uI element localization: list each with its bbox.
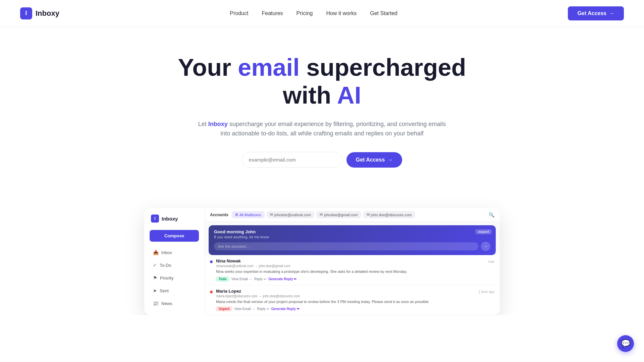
ai-ask-row: → [214, 242, 490, 251]
tag-urgent: Urgent [216, 306, 232, 311]
nav-item-how-it-works[interactable]: How it works [326, 10, 357, 16]
ai-greeting: Good morning John If you need anything, … [209, 225, 496, 255]
logo-icon: I [20, 7, 32, 19]
obscurex-icon: ✉ [367, 213, 370, 217]
gmail-icon: ✉ [320, 213, 323, 217]
generate-reply-link[interactable]: Generate Reply ✏ [271, 307, 300, 311]
email-input[interactable] [242, 152, 342, 168]
sidebar-label-todo: To-Do [160, 263, 171, 268]
app-screenshot: I Inboxy Compose 📥 Inbox ✓ To-Do ⚑ Prior… [144, 208, 500, 315]
email-item[interactable]: Maria Lopez maria.lopez@obscurex.com → j… [205, 285, 500, 315]
sidebar-item-todo[interactable]: ✓ To-Do [150, 260, 199, 270]
accounts-label: Accounts [210, 213, 228, 217]
search-icon[interactable]: 🔍 [489, 212, 494, 218]
email-content: Nina Nowak ninanowak@outlook.com → john.… [216, 258, 485, 281]
nav-item-get-started[interactable]: Get Started [370, 10, 397, 16]
email-tags: Urgent View Email → Reply ↩ Generate Rep… [216, 306, 475, 311]
account-tab-obscurex[interactable]: ✉ john.doe@obscurex.com [363, 211, 415, 218]
nav-item-pricing[interactable]: Pricing [297, 10, 313, 16]
ai-send-icon: → [484, 244, 488, 249]
sidebar-label-news: News [161, 301, 172, 306]
sidebar-item-inbox[interactable]: 📥 Inbox [150, 247, 199, 258]
unread-dot [210, 260, 213, 263]
obscurex-label: john.doe@obscurex.com [371, 213, 412, 217]
view-email-link[interactable]: View Email → [234, 307, 255, 311]
account-tab-outlook[interactable]: ✉ johndoe@outlook.com [267, 211, 315, 218]
hero-form: Get Access → [7, 152, 637, 168]
nav-get-access-button[interactable]: Get Access → [568, 6, 624, 20]
app-screenshot-wrapper: I Inboxy Compose 📥 Inbox ✓ To-Do ⚑ Prior… [138, 208, 506, 315]
sidebar-brand-name: Inboxy [162, 216, 178, 222]
email-from: maria.lopez@obscurex.com → john.doe@obsc… [216, 294, 475, 298]
gmail-label: johndoe@gmail.com [324, 213, 358, 217]
nav-item-features[interactable]: Features [262, 10, 283, 16]
email-preview: Nina seeks your expertise in evaluating … [216, 269, 485, 274]
hero-get-access-button[interactable]: Get Access → [346, 152, 402, 168]
email-content: Maria Lopez maria.lopez@obscurex.com → j… [216, 289, 475, 311]
account-tab-gmail[interactable]: ✉ johndoe@gmail.com [316, 211, 361, 218]
ai-send-button[interactable]: → [481, 242, 490, 251]
app-sidebar: I Inboxy Compose 📥 Inbox ✓ To-Do ⚑ Prior… [144, 208, 205, 315]
tag-todo: Todo [216, 277, 229, 282]
compose-button[interactable]: Compose [150, 230, 199, 242]
outlook-icon: ✉ [270, 213, 273, 217]
ai-greeting-title: Good morning John [214, 229, 490, 234]
app-main: Accounts ⊞ All Mailboxes ✉ johndoe@outlo… [205, 208, 500, 315]
all-mailboxes-icon: ⊞ [235, 213, 238, 217]
reply-link[interactable]: Reply ↩ [254, 277, 266, 281]
sidebar-label-sent: Sent [160, 288, 169, 293]
sidebar-brand: I Inboxy [150, 215, 199, 223]
email-list: Nina Nowak ninanowak@outlook.com → john.… [205, 255, 500, 315]
sidebar-item-priority[interactable]: ⚑ Priority [150, 273, 199, 283]
sidebar-item-news[interactable]: 📰 News [150, 298, 199, 309]
sidebar-label-inbox: Inbox [161, 250, 172, 255]
inbox-icon: 📥 [153, 250, 159, 255]
email-from: ninanowak@outlook.com → john.doe@gmail.c… [216, 264, 485, 268]
navbar: I Inboxy Product Features Pricing How it… [0, 0, 644, 27]
news-icon: 📰 [153, 301, 159, 306]
accounts-bar: Accounts ⊞ All Mailboxes ✉ johndoe@outlo… [205, 208, 500, 222]
reply-link[interactable]: Reply ↩ [257, 307, 269, 311]
logo[interactable]: I Inboxy [20, 7, 59, 19]
outlook-label: johndoe@outlook.com [274, 213, 311, 217]
email-preview: Maria needs the final version of your pr… [216, 299, 475, 304]
logo-text: Inboxy [36, 9, 59, 18]
ai-greeting-subtitle: If you need anything, let me know [214, 235, 490, 239]
unread-dot [210, 291, 213, 293]
all-mailboxes-label: All Mailboxes [239, 213, 261, 217]
nav-links: Product Features Pricing How it works Ge… [230, 10, 397, 16]
email-time: 1 hour ago [478, 290, 494, 294]
email-item[interactable]: Nina Nowak ninanowak@outlook.com → john.… [205, 255, 500, 285]
nav-item-product[interactable]: Product [230, 10, 248, 16]
hero-subtitle: Let Inboxy supercharge your email experi… [195, 119, 449, 139]
email-tags: Todo View Email → Reply ↩ Generate Reply… [216, 277, 485, 282]
email-sender: Nina Nowak [216, 258, 485, 263]
sent-icon: ➤ [153, 288, 157, 293]
priority-icon: ⚑ [153, 275, 157, 281]
view-email-link[interactable]: View Email → [231, 277, 252, 281]
account-tab-all[interactable]: ⊞ All Mailboxes [232, 211, 265, 218]
sidebar-label-priority: Priority [160, 276, 173, 281]
sidebar-item-sent[interactable]: ➤ Sent [150, 285, 199, 296]
generate-reply-link[interactable]: Generate Reply ✏ [268, 277, 297, 281]
hero-title: Your email supercharged with AI [7, 54, 637, 109]
sidebar-brand-icon: I [151, 215, 159, 223]
ai-ask-input[interactable] [214, 242, 478, 250]
email-time: now [488, 260, 494, 263]
ai-expand-button[interactable]: expand [475, 229, 492, 234]
hero-section: Your email supercharged with AI Let Inbo… [0, 27, 644, 208]
email-sender: Maria Lopez [216, 289, 475, 294]
todo-icon: ✓ [153, 262, 157, 268]
